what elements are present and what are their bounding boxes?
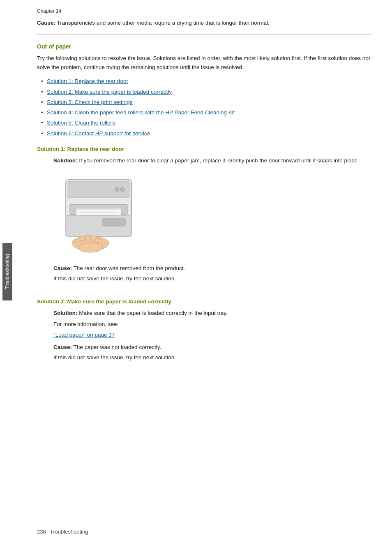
list-item[interactable]: Solution 6: Contact HP support for servi… xyxy=(41,129,371,138)
top-cause-block: Cause: Transparencies and some other med… xyxy=(37,19,371,27)
page-footer: 238 Troubleshooting xyxy=(16,529,392,535)
solution1-link[interactable]: Solution 1: Replace the rear door xyxy=(47,78,128,84)
solution-links-list: Solution 1: Replace the rear door Soluti… xyxy=(37,77,371,138)
solution2-link[interactable]: Solution 2: Make sure the paper is loade… xyxy=(47,89,172,95)
printer-illustration xyxy=(53,176,144,254)
solution2-text: Make sure that the paper is loaded corre… xyxy=(77,310,227,316)
side-tab: Troubleshooting xyxy=(2,243,12,300)
solution1-cause-text: The rear door was removed from the produ… xyxy=(72,265,185,271)
out-of-paper-section: Out of paper Try the following solutions… xyxy=(37,43,371,138)
page-number: 238 xyxy=(37,529,46,535)
chapter-label: Chapter 14 xyxy=(37,8,371,14)
solution2-cause-text: The paper was not loaded correctly. xyxy=(72,344,161,350)
solution1-heading: Solution 1: Replace the rear door xyxy=(37,146,371,152)
divider-solution1 xyxy=(37,290,371,290)
solution1-text: If you removed the rear door to clear a … xyxy=(77,157,359,164)
svg-point-3 xyxy=(120,187,125,192)
solution2-label: Solution: xyxy=(53,310,77,316)
solution2-cause-label: Cause: xyxy=(53,344,72,350)
list-item[interactable]: Solution 2: Make sure the paper is loade… xyxy=(41,88,371,96)
solution1-cause-label: Cause: xyxy=(53,265,72,271)
list-item[interactable]: Solution 5: Clean the rollers xyxy=(41,119,371,127)
solution1-body: Solution: If you removed the rear door t… xyxy=(37,156,371,165)
svg-rect-11 xyxy=(103,219,125,226)
svg-point-18 xyxy=(78,243,103,252)
solution6-link[interactable]: Solution 6: Contact HP support for servi… xyxy=(47,130,150,136)
cause-text-top: Transparencies and some other media requ… xyxy=(55,20,270,26)
cause-label-top: Cause: xyxy=(37,20,55,26)
list-item[interactable]: Solution 3: Check the print settings xyxy=(41,98,371,106)
solution2-link-area: "Load paper" on page 37 xyxy=(37,330,371,340)
solution5-link[interactable]: Solution 5: Clean the rollers xyxy=(47,120,115,126)
svg-point-2 xyxy=(115,187,119,192)
solution2-section: Solution 2: Make sure the paper is loade… xyxy=(37,298,371,362)
solution3-link[interactable]: Solution 3: Check the print settings xyxy=(47,99,133,105)
printer-image xyxy=(53,173,144,256)
list-item[interactable]: Solution 4: Clean the paper feed rollers… xyxy=(41,109,371,117)
solution2-body: Solution: Make sure that the paper is lo… xyxy=(37,309,371,318)
svg-rect-6 xyxy=(76,208,121,210)
solution2-if-not-solved: If this did not solve the issue, try the… xyxy=(37,353,371,362)
footer-label: Troubleshooting xyxy=(50,529,88,535)
load-paper-link[interactable]: "Load paper" on page 37 xyxy=(53,332,115,338)
solution1-if-not-solved: If this did not solve the issue, try the… xyxy=(37,274,371,283)
divider-top xyxy=(37,35,371,35)
out-of-paper-heading: Out of paper xyxy=(37,43,371,50)
solution2-for-more: For more information, see: xyxy=(37,320,371,329)
out-of-paper-intro: Try the following solutions to resolve t… xyxy=(37,54,371,72)
solution1-section: Solution 1: Replace the rear door Soluti… xyxy=(37,146,371,283)
solution2-cause: Cause: The paper was not loaded correctl… xyxy=(37,343,371,352)
for-more-info-text: For more information, see: xyxy=(53,321,118,327)
list-item[interactable]: Solution 1: Replace the rear door xyxy=(41,77,371,85)
solution1-label: Solution: xyxy=(53,157,77,164)
divider-solution2 xyxy=(37,369,371,369)
solution4-link[interactable]: Solution 4: Clean the paper feed rollers… xyxy=(47,109,235,116)
solution1-cause: Cause: The rear door was removed from th… xyxy=(37,264,371,273)
solution2-heading: Solution 2: Make sure the paper is loade… xyxy=(37,298,371,305)
